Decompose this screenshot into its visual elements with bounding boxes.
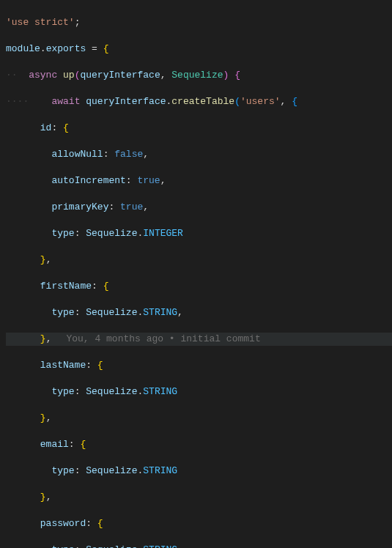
code-line[interactable]: firstName: { [6,280,392,293]
code-line[interactable]: primaryKey: true, [6,201,392,214]
property: allowNull [51,149,103,160]
code-line[interactable]: }, [6,412,392,425]
constant: STRING [143,386,177,397]
code-line[interactable]: id: { [6,122,392,135]
param: queryInterface [80,70,160,81]
code-line[interactable]: type: Sequelize.STRING, [6,306,392,319]
boolean: true [137,175,160,186]
constant: STRING [143,307,177,318]
code-line[interactable]: email: { [6,438,392,451]
method-name: createTable [171,96,234,107]
code-line[interactable]: password: { [6,517,392,530]
property: type [51,228,74,239]
property: primaryKey [51,201,108,212]
code-line[interactable]: ···· await queryInterface.createTable('u… [6,95,392,108]
code-line[interactable]: }, [6,491,392,504]
keyword: async [29,70,57,81]
identifier: exports [46,43,86,54]
code-line[interactable]: module.exports = { [6,42,392,56]
property: type [51,465,74,476]
boolean: true [120,201,143,212]
param: Sequelize [171,70,223,81]
code-line[interactable]: 'use strict'; [6,16,392,29]
code-line[interactable]: type: Sequelize.STRING [6,385,392,399]
code-editor[interactable]: 'use strict'; module.exports = { ·· asyn… [0,0,392,548]
property: type [51,386,74,397]
identifier: queryInterface [86,96,166,107]
code-line-current[interactable]: },You, 4 months ago • initial commit [6,333,392,346]
identifier: Sequelize [86,465,137,476]
string-literal: 'users' [240,96,281,107]
constant: INTEGER [143,228,183,239]
code-line[interactable]: allowNull: false, [6,148,392,161]
identifier: module [6,43,40,54]
string-literal: 'use strict' [6,17,75,28]
code-line[interactable]: autoIncrement: true, [6,174,392,188]
code-line[interactable]: lastName: { [6,359,392,372]
method-name: up [63,70,75,81]
identifier: Sequelize [86,544,137,548]
property: type [51,544,74,548]
property: type [51,307,74,318]
property: id [40,122,52,133]
code-line[interactable]: type: Sequelize.STRING [6,464,392,478]
code-line[interactable]: type: Sequelize.STRING [6,544,392,548]
property: email [40,439,69,450]
property: lastName [40,360,86,371]
constant: STRING [143,544,177,548]
property: firstName [40,281,92,292]
code-line[interactable]: }, [6,253,392,267]
identifier: Sequelize [86,228,137,239]
keyword: await [51,96,80,107]
property: autoIncrement [51,175,125,186]
property: password [40,518,86,529]
code-line[interactable]: ·· async up(queryInterface, Sequelize) { [6,69,392,82]
boolean: false [114,149,143,160]
constant: STRING [143,465,177,476]
code-line[interactable]: type: Sequelize.INTEGER [6,227,392,240]
git-blame-annotation: You, 4 months ago • initial commit [66,333,260,344]
identifier: Sequelize [86,307,137,318]
identifier: Sequelize [86,386,137,397]
